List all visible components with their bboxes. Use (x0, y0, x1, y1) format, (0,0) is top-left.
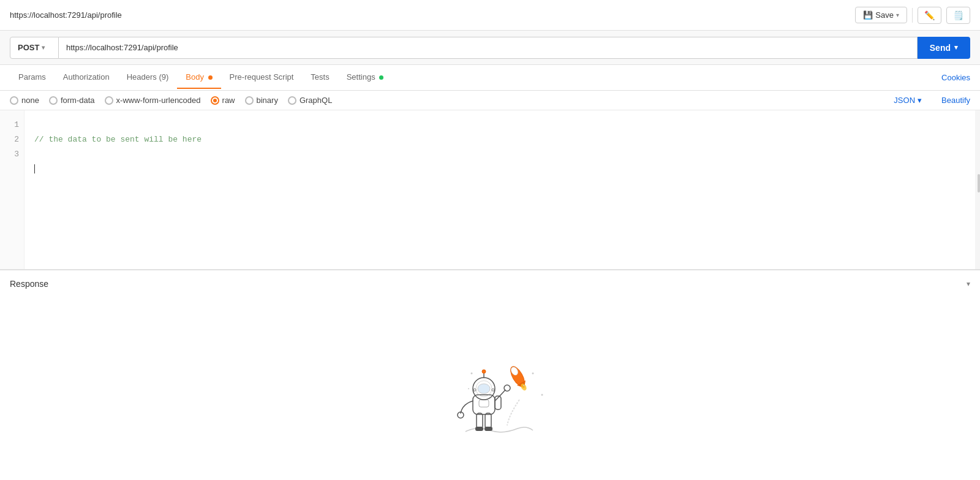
settings-dot (379, 75, 383, 80)
editor-scrollbar-thumb (978, 174, 980, 192)
svg-point-15 (478, 384, 490, 394)
body-dot (208, 75, 213, 80)
tab-headers[interactable]: Headers (9) (118, 66, 178, 89)
svg-point-20 (471, 372, 473, 374)
comment-button[interactable]: 🗒️ (946, 7, 970, 24)
code-editor[interactable]: // the data to be sent will be here (24, 110, 980, 269)
divider (912, 8, 913, 23)
body-type-binary[interactable]: binary (245, 96, 278, 105)
svg-point-16 (473, 389, 476, 391)
svg-point-24 (541, 394, 543, 395)
tabs-bar: Params Authorization Headers (9) Body Pr… (0, 65, 980, 91)
radio-binary (245, 96, 254, 105)
tab-authorization[interactable]: Authorization (55, 66, 118, 89)
save-label: Save (875, 10, 894, 20)
line-num-2: 2 (10, 132, 19, 147)
svg-point-19 (482, 370, 486, 373)
line-num-3: 3 (10, 147, 19, 162)
svg-rect-7 (484, 427, 492, 431)
method-select[interactable]: POST ▾ (10, 37, 59, 59)
svg-rect-4 (477, 413, 483, 429)
body-type-form-data[interactable]: form-data (49, 96, 95, 105)
line-numbers: 1 2 3 (0, 110, 24, 269)
tab-settings[interactable]: Settings (338, 66, 393, 89)
editor-scrollbar[interactable] (975, 110, 980, 269)
svg-rect-6 (475, 427, 483, 431)
save-icon: 💾 (863, 10, 873, 20)
radio-graphql (288, 96, 296, 105)
save-button[interactable]: 💾 Save ▾ (855, 7, 907, 23)
method-label: POST (18, 43, 39, 52)
svg-point-23 (468, 388, 469, 389)
body-type-raw[interactable]: raw (211, 96, 235, 105)
url-input[interactable] (59, 37, 918, 59)
svg-point-22 (523, 385, 524, 386)
illustration-area (0, 297, 980, 480)
top-bar: https://localhost:7291/api/profile 💾 Sav… (0, 0, 980, 31)
response-section[interactable]: Response ▾ (0, 270, 980, 297)
svg-point-17 (492, 389, 494, 391)
response-chevron-icon: ▾ (967, 280, 970, 288)
json-type-select[interactable]: JSON ▾ (894, 96, 922, 105)
radio-form-data (49, 96, 58, 105)
body-type-urlencoded[interactable]: x-www-form-urlencoded (105, 96, 201, 105)
cursor-line (34, 164, 35, 173)
page-url: https://localhost:7291/api/profile (10, 10, 122, 20)
url-bar: POST ▾ Send ▾ (0, 31, 980, 65)
code-comment: // the data to be sent will be here (34, 135, 202, 144)
body-type-bar: none form-data x-www-form-urlencoded raw… (0, 91, 980, 110)
save-chevron-icon: ▾ (896, 12, 899, 18)
svg-rect-8 (473, 395, 495, 414)
edit-button[interactable]: ✏️ (918, 7, 941, 24)
svg-point-21 (532, 372, 534, 374)
line-num-1: 1 (10, 118, 19, 132)
radio-none (10, 96, 18, 105)
beautify-button[interactable]: Beautify (941, 96, 970, 105)
tab-params[interactable]: Params (10, 66, 55, 89)
svg-rect-5 (485, 413, 491, 429)
radio-urlencoded (105, 96, 113, 105)
send-button[interactable]: Send ▾ (918, 37, 970, 59)
send-label: Send (930, 43, 951, 53)
astronaut-illustration (429, 340, 551, 438)
send-chevron-icon: ▾ (954, 44, 958, 51)
svg-rect-10 (479, 400, 489, 407)
method-chevron-icon: ▾ (42, 44, 45, 51)
body-type-graphql[interactable]: GraphQL (288, 96, 332, 105)
editor-area: 1 2 3 // the data to be sent will be her… (0, 110, 980, 270)
top-bar-actions: 💾 Save ▾ ✏️ 🗒️ (855, 7, 970, 24)
text-cursor (34, 164, 35, 173)
json-type-label: JSON (894, 96, 915, 105)
svg-point-12 (504, 385, 510, 391)
cookies-link[interactable]: Cookies (941, 67, 970, 88)
main-content: POST ▾ Send ▾ Params Authorization Heade… (0, 31, 980, 480)
radio-raw (211, 96, 219, 105)
response-label: Response (10, 279, 48, 289)
tab-body[interactable]: Body (177, 66, 221, 89)
body-type-none[interactable]: none (10, 96, 39, 105)
tab-tests[interactable]: Tests (302, 66, 337, 89)
json-chevron-icon: ▾ (918, 96, 922, 105)
tab-pre-request[interactable]: Pre-request Script (221, 66, 303, 89)
